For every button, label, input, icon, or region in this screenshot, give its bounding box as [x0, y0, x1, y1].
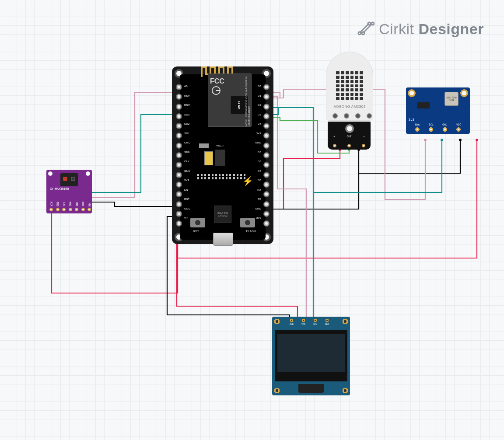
regulator-chip [215, 150, 225, 166]
brand-light: Cirkit [379, 21, 414, 38]
bolt-icon: ⚡ [242, 176, 253, 186]
fcc-icon: FCC [210, 76, 232, 98]
shield-side-text: MODEL: ESP8266MOD VENDOR: AI-THINKER PA:… [245, 75, 250, 126]
svg-point-2 [368, 22, 371, 25]
bmp180-chip-icon: NEO TOM AA21 [444, 92, 458, 106]
pin-labels-left: A0RSVRSVSD3SD2SD1CMDSD0CLKGND3V3ENRSTGND… [184, 85, 190, 219]
max30100-board[interactable]: GY-MAX30100 VINGNDSCLSDAINTIRDRD [46, 170, 92, 213]
flash-label: FLASH [246, 230, 256, 233]
brand-bold: Designer [419, 21, 484, 38]
max30100-pads[interactable]: VINGNDSCLSDAINTIRDRD [49, 200, 91, 212]
svg-text:FCC: FCC [210, 77, 224, 85]
silkscreen-rows [197, 174, 245, 179]
regulator-label: AM1117 [216, 144, 224, 147]
usb-serial-chip: SILA SIS CP2102 [214, 206, 231, 223]
rst-button[interactable] [190, 218, 205, 227]
pin-labels-right: D0D1D2D3D43V3GNDD5D6D7D8RXTXGND3V3 [255, 85, 261, 219]
svg-point-12 [459, 139, 462, 141]
rst-label: RST [193, 230, 199, 233]
bmp180-pads[interactable]: SDASCLGNDVCC [406, 123, 470, 132]
oled-display[interactable]: GNDVDDSCKSDA [272, 317, 350, 395]
oled-active-area [277, 334, 345, 372]
bmp180-board[interactable]: NEO TOM AA21 3.3 SDASCLGNDVCC [406, 87, 470, 134]
smd-resistor [199, 143, 209, 148]
brand-logo: Cirkit Designer [357, 20, 484, 38]
svg-point-3 [371, 22, 374, 25]
smd-capacitor [204, 151, 213, 165]
oled-flex-cable [298, 384, 324, 393]
svg-point-6 [476, 139, 478, 141]
micro-usb-port [213, 233, 233, 246]
pin-header-left[interactable] [176, 84, 182, 227]
oled-pins[interactable]: GNDVDDSCKSDA [290, 318, 329, 325]
canvas[interactable]: Cirkit Designer [0, 0, 504, 440]
pin-header-right[interactable] [263, 84, 270, 227]
dht22-silk: +OUT− [328, 135, 371, 138]
bmp180-regulator [417, 102, 430, 108]
svg-point-20 [441, 139, 443, 141]
dht22-grille-icon [336, 71, 363, 100]
max30100-title: GY-MAX30100 [50, 187, 89, 191]
dht22-module[interactable]: AOSONG AM2302 +OUT− [326, 52, 373, 121]
nodemcu-board[interactable]: FCC Wi Fi MODEL: ESP8266MOD VENDOR: AI-T… [172, 66, 273, 244]
bmp180-3v3-label: 3.3 [409, 118, 414, 122]
dht22-pins[interactable] [328, 143, 371, 148]
esp8266-shield: FCC Wi Fi MODEL: ESP8266MOD VENDOR: AI-T… [208, 73, 252, 127]
flash-button[interactable] [240, 218, 255, 227]
logo-icon [357, 20, 374, 38]
svg-point-15 [424, 139, 427, 141]
dht22-label: AOSONG AM2302 [326, 105, 373, 108]
max30100-sensor-icon [60, 173, 78, 186]
wifi-label: Wi Fi [237, 101, 241, 109]
